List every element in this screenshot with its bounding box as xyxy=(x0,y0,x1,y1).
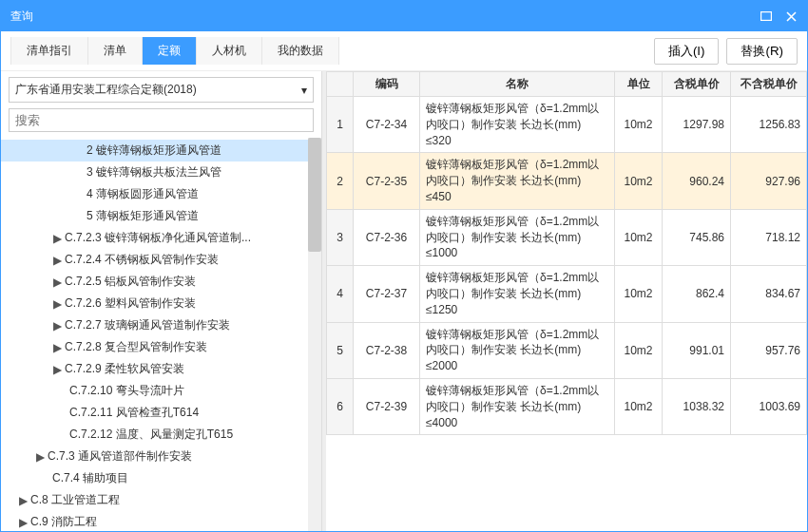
tree-toggle-icon[interactable]: ▶ xyxy=(52,276,62,289)
chevron-down-icon: ▾ xyxy=(301,84,307,97)
tree-toggle-icon[interactable]: ▶ xyxy=(52,254,62,267)
toolbar-right: 插入(I) 替换(R) xyxy=(654,38,798,65)
maximize-icon[interactable] xyxy=(760,10,773,23)
tab-0[interactable]: 清单指引 xyxy=(10,37,88,65)
tree-item-label: C.7.2.8 复合型风管制作安装 xyxy=(65,339,207,355)
tab-1[interactable]: 清单 xyxy=(88,37,143,65)
tree-item-label: 2 镀锌薄钢板矩形通风管道 xyxy=(87,142,221,159)
tree-item-label: C.7.2.4 不锈钢板风管制作安装 xyxy=(65,252,219,268)
tree-item[interactable]: ▶C.9 消防工程 xyxy=(1,511,317,531)
tree-toggle-icon[interactable]: ▶ xyxy=(18,494,28,507)
tree-toggle-icon[interactable]: ▶ xyxy=(35,450,45,464)
tree-item[interactable]: 3 镀锌薄钢板共板法兰风管 xyxy=(1,162,317,183)
tree[interactable]: 2 镀锌薄钢板矩形通风管道3 镀锌薄钢板共板法兰风管4 薄钢板圆形通风管道5 薄… xyxy=(1,138,321,531)
col-header[interactable]: 不含税单价 xyxy=(731,72,807,97)
search-input[interactable] xyxy=(9,108,314,132)
tree-item-label: C.7.2.10 弯头导流叶片 xyxy=(69,383,184,399)
tree-item-label: C.7.2.3 镀锌薄钢板净化通风管道制... xyxy=(65,230,251,246)
table-row[interactable]: 1C7-2-34镀锌薄钢板矩形风管（δ=1.2mm以内咬口）制作安装 长边长(m… xyxy=(327,97,807,153)
cell: 10m2 xyxy=(615,97,663,153)
catalog-select[interactable]: 广东省通用安装工程综合定额(2018) ▾ xyxy=(9,77,314,103)
tree-item[interactable]: 4 薄钢板圆形通风管道 xyxy=(1,183,317,205)
cell: 10m2 xyxy=(615,322,663,378)
window-title: 查询 xyxy=(10,9,33,25)
tree-item[interactable]: C.7.4 辅助项目 xyxy=(1,467,317,489)
table-row[interactable]: 5C7-2-38镀锌薄钢板矩形风管（δ=1.2mm以内咬口）制作安装 长边长(m… xyxy=(327,322,807,378)
cell: 1 xyxy=(327,97,354,153)
tab-3[interactable]: 人材机 xyxy=(197,37,262,65)
table-header-row: 编码名称单位含税单价不含税单价 xyxy=(327,72,807,97)
right-panel: 编码名称单位含税单价不含税单价 1C7-2-34镀锌薄钢板矩形风管（δ=1.2m… xyxy=(326,71,807,531)
cell: 10m2 xyxy=(615,153,663,209)
toolbar: 清单指引清单定额人材机我的数据 插入(I) 替换(R) xyxy=(1,31,807,71)
tree-item[interactable]: ▶C.8 工业管道工程 xyxy=(1,489,317,511)
tree-item[interactable]: 2 镀锌薄钢板矩形通风管道 xyxy=(1,140,317,162)
tree-item-label: C.7.4 辅助项目 xyxy=(52,470,128,486)
tree-item[interactable]: C.7.2.12 温度、风量测定孔T615 xyxy=(1,424,317,446)
col-header[interactable]: 单位 xyxy=(615,72,663,97)
cell: 1003.69 xyxy=(731,378,807,434)
col-header[interactable]: 含税单价 xyxy=(663,72,731,97)
tree-item-label: C.8 工业管道工程 xyxy=(30,492,120,508)
tree-item-label: 5 薄钢板矩形通风管道 xyxy=(87,208,199,224)
tree-item-label: C.7.2.9 柔性软风管安装 xyxy=(65,361,184,377)
tab-2[interactable]: 定额 xyxy=(143,37,197,65)
table-row[interactable]: 3C7-2-36镀锌薄钢板矩形风管（δ=1.2mm以内咬口）制作安装 长边长(m… xyxy=(327,209,807,265)
cell: 957.76 xyxy=(731,322,807,378)
catalog-select-value: 广东省通用安装工程综合定额(2018) xyxy=(15,82,197,98)
left-panel: 广东省通用安装工程综合定额(2018) ▾ 2 镀锌薄钢板矩形通风管道3 镀锌薄… xyxy=(1,71,322,531)
cell: C7-2-39 xyxy=(354,378,420,434)
cell: 718.12 xyxy=(731,209,807,265)
titlebar-actions xyxy=(760,10,798,23)
cell: 1038.32 xyxy=(663,378,731,434)
cell: 镀锌薄钢板矩形风管（δ=1.2mm以内咬口）制作安装 长边长(mm) ≤2000 xyxy=(420,322,615,378)
tree-item[interactable]: ▶C.7.2.8 复合型风管制作安装 xyxy=(1,336,317,358)
tree-item[interactable]: 5 薄钢板矩形通风管道 xyxy=(1,205,317,227)
tree-toggle-icon[interactable]: ▶ xyxy=(52,232,62,245)
cell: 927.96 xyxy=(731,153,807,209)
tree-scroll-thumb[interactable] xyxy=(308,138,321,252)
tree-item[interactable]: ▶C.7.2.6 塑料风管制作安装 xyxy=(1,293,317,314)
tree-item[interactable]: ▶C.7.3 通风管道部件制作安装 xyxy=(1,446,317,467)
table-row[interactable]: 4C7-2-37镀锌薄钢板矩形风管（δ=1.2mm以内咬口）制作安装 长边长(m… xyxy=(327,266,807,322)
tab-4[interactable]: 我的数据 xyxy=(262,37,339,65)
tree-scrollbar[interactable] xyxy=(308,138,321,531)
cell: 834.67 xyxy=(731,266,807,322)
tree-item[interactable]: ▶C.7.2.5 铝板风管制作安装 xyxy=(1,271,317,293)
cell: 10m2 xyxy=(615,266,663,322)
tree-item-label: C.7.2.11 风管检查孔T614 xyxy=(69,405,199,421)
replace-button[interactable]: 替换(R) xyxy=(726,38,798,65)
table-row[interactable]: 2C7-2-35镀锌薄钢板矩形风管（δ=1.2mm以内咬口）制作安装 长边长(m… xyxy=(327,153,807,209)
tree-toggle-icon[interactable]: ▶ xyxy=(18,516,28,529)
cell: C7-2-35 xyxy=(354,153,420,209)
insert-button[interactable]: 插入(I) xyxy=(654,38,720,65)
cell: 5 xyxy=(327,322,354,378)
rownum-header xyxy=(327,72,354,97)
cell: C7-2-38 xyxy=(354,322,420,378)
tree-item[interactable]: ▶C.7.2.7 玻璃钢通风管道制作安装 xyxy=(1,314,317,336)
close-icon[interactable] xyxy=(784,10,798,23)
tabs: 清单指引清单定额人材机我的数据 xyxy=(10,37,339,65)
tree-item[interactable]: ▶C.7.2.4 不锈钢板风管制作安装 xyxy=(1,249,317,271)
col-header[interactable]: 名称 xyxy=(420,72,615,97)
tree-item[interactable]: ▶C.7.2.3 镀锌薄钢板净化通风管道制... xyxy=(1,227,317,249)
cell: 862.4 xyxy=(663,266,731,322)
col-header[interactable]: 编码 xyxy=(354,72,420,97)
cell: 3 xyxy=(327,209,354,265)
tree-item[interactable]: C.7.2.10 弯头导流叶片 xyxy=(1,380,317,402)
cell: 960.24 xyxy=(663,153,731,209)
tree-item-label: 3 镀锌薄钢板共板法兰风管 xyxy=(87,164,221,180)
tree-item[interactable]: C.7.2.11 风管检查孔T614 xyxy=(1,402,317,424)
titlebar: 查询 xyxy=(1,1,807,31)
tree-toggle-icon[interactable]: ▶ xyxy=(52,341,62,354)
tree-item-label: 4 薄钢板圆形通风管道 xyxy=(87,186,199,202)
cell: C7-2-36 xyxy=(354,209,420,265)
tree-toggle-icon[interactable]: ▶ xyxy=(52,297,62,311)
tree-item[interactable]: ▶C.7.2.9 柔性软风管安装 xyxy=(1,358,317,380)
tree-item-label: C.7.2.12 温度、风量测定孔T615 xyxy=(69,427,233,443)
table-row[interactable]: 6C7-2-39镀锌薄钢板矩形风管（δ=1.2mm以内咬口）制作安装 长边长(m… xyxy=(327,378,807,434)
tree-toggle-icon[interactable]: ▶ xyxy=(52,319,62,332)
tree-toggle-icon[interactable]: ▶ xyxy=(52,363,62,376)
cell: 991.01 xyxy=(663,322,731,378)
table-body: 1C7-2-34镀锌薄钢板矩形风管（δ=1.2mm以内咬口）制作安装 长边长(m… xyxy=(327,97,807,435)
